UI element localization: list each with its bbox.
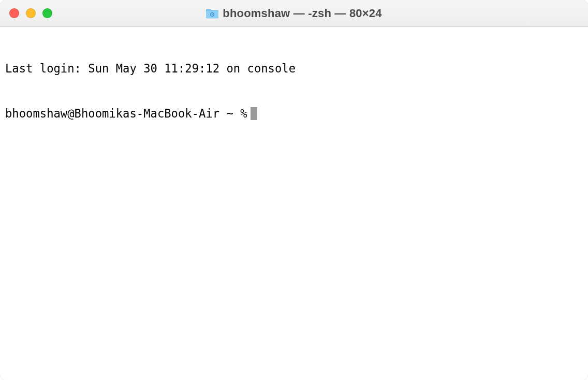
svg-point-1 xyxy=(212,13,213,14)
cursor xyxy=(251,107,257,120)
terminal-body[interactable]: Last login: Sun May 30 11:29:12 on conso… xyxy=(0,27,588,380)
close-button[interactable] xyxy=(9,8,19,18)
fullscreen-button[interactable] xyxy=(42,8,52,18)
prompt-line: bhoomshaw@Bhoomikas-MacBook-Air ~ % xyxy=(5,106,583,121)
folder-icon xyxy=(206,8,218,19)
title-wrap: bhoomshaw — -zsh — 80×24 xyxy=(0,7,588,20)
last-login-line: Last login: Sun May 30 11:29:12 on conso… xyxy=(5,61,583,76)
window-title: bhoomshaw — -zsh — 80×24 xyxy=(223,7,381,20)
prompt-text: bhoomshaw@Bhoomikas-MacBook-Air ~ % xyxy=(5,106,247,121)
terminal-window: bhoomshaw — -zsh — 80×24 Last login: Sun… xyxy=(0,0,588,380)
titlebar[interactable]: bhoomshaw — -zsh — 80×24 xyxy=(0,0,588,27)
traffic-lights xyxy=(9,8,52,18)
minimize-button[interactable] xyxy=(26,8,36,18)
